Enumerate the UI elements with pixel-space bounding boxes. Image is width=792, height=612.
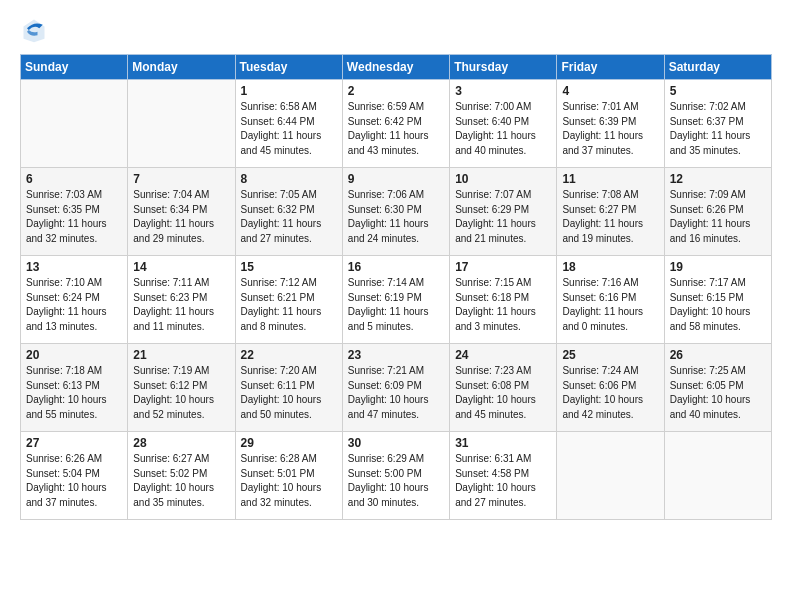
calendar-cell: 25Sunrise: 7:24 AM Sunset: 6:06 PM Dayli… <box>557 344 664 432</box>
day-info: Sunrise: 7:24 AM Sunset: 6:06 PM Dayligh… <box>562 364 658 422</box>
day-header-saturday: Saturday <box>664 55 771 80</box>
calendar-cell: 27Sunrise: 6:26 AM Sunset: 5:04 PM Dayli… <box>21 432 128 520</box>
calendar-cell: 2Sunrise: 6:59 AM Sunset: 6:42 PM Daylig… <box>342 80 449 168</box>
day-number: 1 <box>241 84 337 98</box>
page: SundayMondayTuesdayWednesdayThursdayFrid… <box>0 0 792 536</box>
day-info: Sunrise: 7:12 AM Sunset: 6:21 PM Dayligh… <box>241 276 337 334</box>
calendar-week-5: 27Sunrise: 6:26 AM Sunset: 5:04 PM Dayli… <box>21 432 772 520</box>
calendar-cell <box>128 80 235 168</box>
calendar-cell: 12Sunrise: 7:09 AM Sunset: 6:26 PM Dayli… <box>664 168 771 256</box>
calendar-week-4: 20Sunrise: 7:18 AM Sunset: 6:13 PM Dayli… <box>21 344 772 432</box>
calendar-cell: 19Sunrise: 7:17 AM Sunset: 6:15 PM Dayli… <box>664 256 771 344</box>
day-number: 9 <box>348 172 444 186</box>
day-header-monday: Monday <box>128 55 235 80</box>
day-header-sunday: Sunday <box>21 55 128 80</box>
day-info: Sunrise: 7:01 AM Sunset: 6:39 PM Dayligh… <box>562 100 658 158</box>
calendar-week-3: 13Sunrise: 7:10 AM Sunset: 6:24 PM Dayli… <box>21 256 772 344</box>
day-number: 4 <box>562 84 658 98</box>
calendar: SundayMondayTuesdayWednesdayThursdayFrid… <box>20 54 772 520</box>
calendar-cell: 6Sunrise: 7:03 AM Sunset: 6:35 PM Daylig… <box>21 168 128 256</box>
day-info: Sunrise: 7:03 AM Sunset: 6:35 PM Dayligh… <box>26 188 122 246</box>
day-number: 25 <box>562 348 658 362</box>
calendar-cell: 26Sunrise: 7:25 AM Sunset: 6:05 PM Dayli… <box>664 344 771 432</box>
logo <box>20 16 52 44</box>
calendar-week-2: 6Sunrise: 7:03 AM Sunset: 6:35 PM Daylig… <box>21 168 772 256</box>
calendar-cell: 15Sunrise: 7:12 AM Sunset: 6:21 PM Dayli… <box>235 256 342 344</box>
calendar-cell <box>664 432 771 520</box>
svg-marker-0 <box>24 20 45 43</box>
header <box>20 16 772 44</box>
calendar-cell: 16Sunrise: 7:14 AM Sunset: 6:19 PM Dayli… <box>342 256 449 344</box>
calendar-cell: 5Sunrise: 7:02 AM Sunset: 6:37 PM Daylig… <box>664 80 771 168</box>
calendar-cell: 13Sunrise: 7:10 AM Sunset: 6:24 PM Dayli… <box>21 256 128 344</box>
day-info: Sunrise: 7:21 AM Sunset: 6:09 PM Dayligh… <box>348 364 444 422</box>
day-info: Sunrise: 7:00 AM Sunset: 6:40 PM Dayligh… <box>455 100 551 158</box>
calendar-cell: 8Sunrise: 7:05 AM Sunset: 6:32 PM Daylig… <box>235 168 342 256</box>
day-number: 23 <box>348 348 444 362</box>
day-info: Sunrise: 6:26 AM Sunset: 5:04 PM Dayligh… <box>26 452 122 510</box>
calendar-cell: 10Sunrise: 7:07 AM Sunset: 6:29 PM Dayli… <box>450 168 557 256</box>
day-number: 13 <box>26 260 122 274</box>
calendar-cell: 14Sunrise: 7:11 AM Sunset: 6:23 PM Dayli… <box>128 256 235 344</box>
calendar-cell <box>21 80 128 168</box>
day-number: 17 <box>455 260 551 274</box>
calendar-cell: 7Sunrise: 7:04 AM Sunset: 6:34 PM Daylig… <box>128 168 235 256</box>
day-number: 28 <box>133 436 229 450</box>
calendar-cell: 1Sunrise: 6:58 AM Sunset: 6:44 PM Daylig… <box>235 80 342 168</box>
day-info: Sunrise: 7:11 AM Sunset: 6:23 PM Dayligh… <box>133 276 229 334</box>
calendar-cell: 21Sunrise: 7:19 AM Sunset: 6:12 PM Dayli… <box>128 344 235 432</box>
day-number: 18 <box>562 260 658 274</box>
day-info: Sunrise: 7:18 AM Sunset: 6:13 PM Dayligh… <box>26 364 122 422</box>
day-number: 20 <box>26 348 122 362</box>
day-info: Sunrise: 7:06 AM Sunset: 6:30 PM Dayligh… <box>348 188 444 246</box>
day-number: 22 <box>241 348 337 362</box>
day-info: Sunrise: 7:20 AM Sunset: 6:11 PM Dayligh… <box>241 364 337 422</box>
day-info: Sunrise: 7:25 AM Sunset: 6:05 PM Dayligh… <box>670 364 766 422</box>
calendar-cell: 29Sunrise: 6:28 AM Sunset: 5:01 PM Dayli… <box>235 432 342 520</box>
day-info: Sunrise: 7:16 AM Sunset: 6:16 PM Dayligh… <box>562 276 658 334</box>
day-number: 11 <box>562 172 658 186</box>
day-header-tuesday: Tuesday <box>235 55 342 80</box>
day-info: Sunrise: 7:07 AM Sunset: 6:29 PM Dayligh… <box>455 188 551 246</box>
day-number: 16 <box>348 260 444 274</box>
day-number: 26 <box>670 348 766 362</box>
calendar-header-row: SundayMondayTuesdayWednesdayThursdayFrid… <box>21 55 772 80</box>
day-number: 19 <box>670 260 766 274</box>
calendar-cell: 24Sunrise: 7:23 AM Sunset: 6:08 PM Dayli… <box>450 344 557 432</box>
day-number: 31 <box>455 436 551 450</box>
logo-icon <box>20 16 48 44</box>
day-info: Sunrise: 7:17 AM Sunset: 6:15 PM Dayligh… <box>670 276 766 334</box>
calendar-cell: 23Sunrise: 7:21 AM Sunset: 6:09 PM Dayli… <box>342 344 449 432</box>
day-number: 27 <box>26 436 122 450</box>
day-number: 5 <box>670 84 766 98</box>
calendar-cell: 9Sunrise: 7:06 AM Sunset: 6:30 PM Daylig… <box>342 168 449 256</box>
calendar-cell: 4Sunrise: 7:01 AM Sunset: 6:39 PM Daylig… <box>557 80 664 168</box>
day-number: 21 <box>133 348 229 362</box>
day-number: 15 <box>241 260 337 274</box>
calendar-cell: 31Sunrise: 6:31 AM Sunset: 4:58 PM Dayli… <box>450 432 557 520</box>
day-info: Sunrise: 6:27 AM Sunset: 5:02 PM Dayligh… <box>133 452 229 510</box>
calendar-cell: 22Sunrise: 7:20 AM Sunset: 6:11 PM Dayli… <box>235 344 342 432</box>
day-info: Sunrise: 6:31 AM Sunset: 4:58 PM Dayligh… <box>455 452 551 510</box>
day-info: Sunrise: 7:10 AM Sunset: 6:24 PM Dayligh… <box>26 276 122 334</box>
calendar-week-1: 1Sunrise: 6:58 AM Sunset: 6:44 PM Daylig… <box>21 80 772 168</box>
calendar-cell: 18Sunrise: 7:16 AM Sunset: 6:16 PM Dayli… <box>557 256 664 344</box>
calendar-cell: 11Sunrise: 7:08 AM Sunset: 6:27 PM Dayli… <box>557 168 664 256</box>
day-number: 29 <box>241 436 337 450</box>
day-number: 8 <box>241 172 337 186</box>
day-number: 10 <box>455 172 551 186</box>
calendar-cell: 17Sunrise: 7:15 AM Sunset: 6:18 PM Dayli… <box>450 256 557 344</box>
day-header-thursday: Thursday <box>450 55 557 80</box>
day-header-friday: Friday <box>557 55 664 80</box>
day-info: Sunrise: 7:23 AM Sunset: 6:08 PM Dayligh… <box>455 364 551 422</box>
day-number: 24 <box>455 348 551 362</box>
day-info: Sunrise: 7:14 AM Sunset: 6:19 PM Dayligh… <box>348 276 444 334</box>
day-number: 14 <box>133 260 229 274</box>
day-number: 2 <box>348 84 444 98</box>
day-number: 12 <box>670 172 766 186</box>
day-info: Sunrise: 6:28 AM Sunset: 5:01 PM Dayligh… <box>241 452 337 510</box>
day-info: Sunrise: 7:15 AM Sunset: 6:18 PM Dayligh… <box>455 276 551 334</box>
calendar-cell: 20Sunrise: 7:18 AM Sunset: 6:13 PM Dayli… <box>21 344 128 432</box>
day-info: Sunrise: 7:08 AM Sunset: 6:27 PM Dayligh… <box>562 188 658 246</box>
day-info: Sunrise: 6:59 AM Sunset: 6:42 PM Dayligh… <box>348 100 444 158</box>
